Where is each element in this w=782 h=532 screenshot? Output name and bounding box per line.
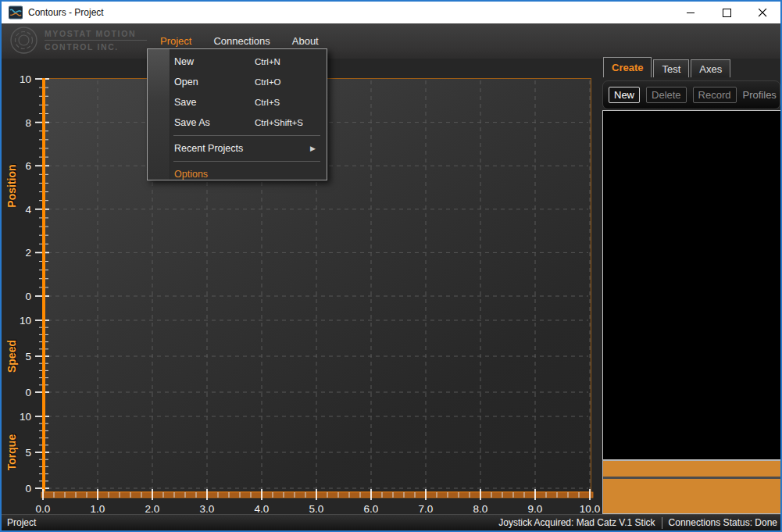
menu-separator — [173, 135, 320, 136]
orange-bar-top — [603, 461, 780, 477]
profile-bars — [602, 460, 781, 514]
header: MYOSTAT MOTION CONTROL INC. ProjectConne… — [2, 23, 780, 59]
svg-text:2: 2 — [25, 247, 31, 259]
svg-text:4: 4 — [25, 204, 31, 216]
menu-item-save-as[interactable]: Save AsCtrl+Shift+S — [148, 112, 327, 133]
svg-text:1.0: 1.0 — [91, 503, 105, 515]
close-button[interactable] — [745, 2, 780, 23]
menubar-item-project[interactable]: Project — [160, 35, 191, 47]
svg-text:6: 6 — [25, 160, 31, 172]
svg-text:6.0: 6.0 — [364, 503, 379, 515]
y-axis-label-position: Position — [5, 151, 18, 221]
y-axis-label-speed: Speed — [5, 333, 18, 380]
menu-separator — [173, 161, 320, 162]
svg-text:10.0: 10.0 — [580, 503, 600, 515]
titlebar[interactable]: Contours - Project — [2, 2, 780, 23]
profile-list[interactable] — [602, 110, 781, 460]
menu-item-recent-projects[interactable]: Recent Projects▶ — [148, 138, 327, 159]
menu-item-save[interactable]: SaveCtrl+S — [148, 92, 327, 112]
new-button[interactable]: New — [609, 87, 640, 103]
svg-text:10: 10 — [20, 411, 31, 423]
menu-item-label: Save — [174, 97, 197, 108]
menu-item-open[interactable]: OpenCtrl+O — [148, 72, 327, 92]
svg-text:8.0: 8.0 — [473, 503, 488, 515]
svg-text:5.0: 5.0 — [309, 503, 324, 515]
menu-item-shortcut: Ctrl+N — [255, 57, 317, 66]
svg-text:0: 0 — [25, 387, 31, 398]
menu-item-new[interactable]: NewCtrl+N — [148, 52, 327, 72]
profiles-label: Profiles — [743, 89, 777, 101]
svg-text:4.0: 4.0 — [255, 503, 270, 515]
menu-item-shortcut: Ctrl+S — [255, 98, 317, 107]
svg-text:3.0: 3.0 — [200, 503, 215, 515]
app-icon — [9, 5, 23, 20]
svg-text:0: 0 — [25, 483, 31, 495]
svg-text:5: 5 — [25, 351, 31, 362]
menu-item-label: Recent Projects — [174, 143, 243, 154]
company-logo: MYOSTAT MOTION CONTROL INC. — [9, 26, 147, 55]
y-axis-label-torque: Torque — [5, 429, 18, 476]
status-joystick: Joystick Acquired: Mad Catz V.1 Stick — [498, 517, 655, 528]
project-dropdown-menu: NewCtrl+NOpenCtrl+OSaveCtrl+SSave AsCtrl… — [147, 48, 327, 180]
close-icon — [759, 9, 767, 17]
tab-axes[interactable]: Axes — [691, 59, 730, 77]
svg-text:10: 10 — [20, 315, 31, 327]
logo-text-line2: CONTROL INC. — [45, 41, 147, 52]
svg-text:2.0: 2.0 — [145, 503, 160, 515]
svg-text:10: 10 — [20, 73, 31, 85]
submenu-arrow-icon: ▶ — [310, 145, 317, 152]
maximize-button[interactable] — [709, 2, 745, 23]
tab-test[interactable]: Test — [653, 59, 689, 77]
svg-text:9.0: 9.0 — [528, 503, 543, 515]
menubar-item-connections[interactable]: Connections — [213, 35, 270, 47]
delete-button[interactable]: Delete — [646, 87, 687, 103]
svg-text:8: 8 — [25, 117, 31, 129]
window-title: Contours - Project — [28, 2, 104, 23]
minimize-icon — [687, 9, 695, 17]
status-separator — [662, 517, 662, 529]
orange-bar-bottom — [603, 479, 780, 513]
menu-item-shortcut: Ctrl+Shift+S — [255, 118, 317, 127]
menu-item-label: Options — [174, 169, 208, 180]
menu-item-options[interactable]: Options — [148, 164, 327, 184]
gear-icon — [9, 26, 38, 55]
svg-text:0.0: 0.0 — [36, 503, 51, 515]
profiles-toolbar: NewDeleteRecord Profiles — [602, 80, 780, 109]
logo-text-line1: MYOSTAT MOTION — [45, 29, 147, 41]
svg-text:0: 0 — [25, 291, 31, 302]
svg-text:7.0: 7.0 — [419, 503, 434, 515]
maximize-icon — [723, 9, 731, 17]
menu-item-label: New — [174, 56, 194, 67]
status-bar: Project Joystick Acquired: Mad Catz V.1 … — [2, 514, 780, 530]
record-button[interactable]: Record — [693, 87, 737, 103]
menu-item-label: Save As — [174, 117, 210, 128]
status-connections: Connections Status: Done — [669, 517, 780, 528]
tab-create[interactable]: Create — [603, 57, 652, 77]
app-window: Contours - Project MYOSTAT MOTION CONTRO… — [0, 0, 782, 532]
minimize-button[interactable] — [673, 2, 709, 23]
right-panel-tabs: CreateTestAxes — [603, 57, 730, 77]
menu-item-shortcut: Ctrl+O — [255, 77, 317, 87]
menu-item-label: Open — [174, 77, 198, 87]
status-project: Project — [2, 517, 36, 528]
menubar-item-about[interactable]: About — [292, 35, 319, 47]
svg-text:5: 5 — [25, 447, 31, 459]
